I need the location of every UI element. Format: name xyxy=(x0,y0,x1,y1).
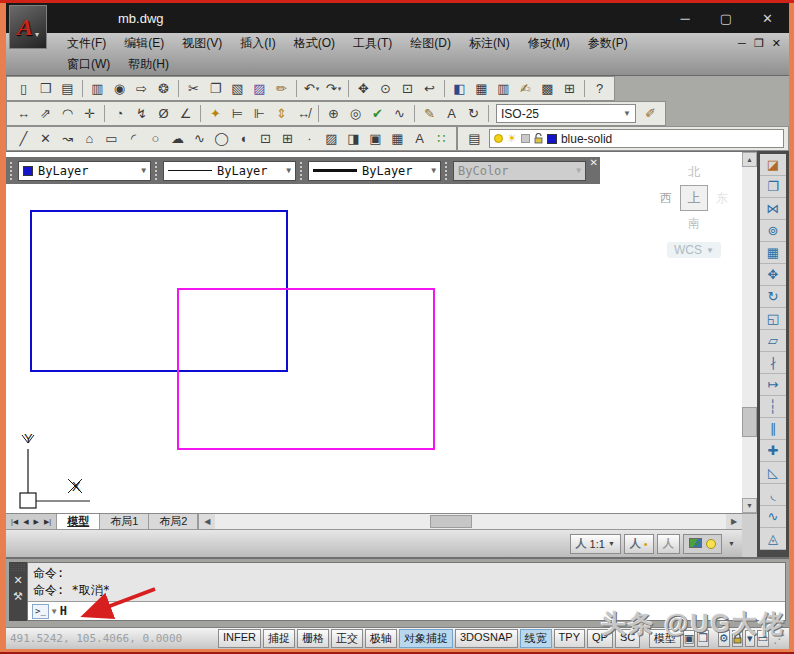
doc-restore-button[interactable]: ❐ xyxy=(754,37,764,50)
spline-icon[interactable]: ∿ xyxy=(189,129,210,149)
quick-dimension-icon[interactable]: ✦ xyxy=(205,104,226,124)
dim-space-icon[interactable]: ⇕ xyxy=(271,104,292,124)
polyline-icon[interactable]: ↝ xyxy=(57,129,78,149)
help-icon[interactable]: ? xyxy=(589,79,610,99)
command-input-value[interactable]: H xyxy=(60,604,67,618)
tool-palettes-icon[interactable]: ▥ xyxy=(493,79,514,99)
doc-minimize-button[interactable]: ─ xyxy=(738,37,746,50)
chevron-down-icon[interactable]: ▼ xyxy=(617,109,631,118)
chevron-down-icon[interactable]: ▼ xyxy=(608,540,615,547)
break-at-point-icon[interactable]: ┆ xyxy=(760,396,786,418)
toggle-transparency[interactable]: TPY xyxy=(554,629,585,648)
toggle-osnap[interactable]: 对象捕捉 xyxy=(399,629,453,648)
dim-jogged-icon[interactable]: ↯ xyxy=(131,104,152,124)
scroll-left-icon[interactable]: ◀ xyxy=(199,514,215,529)
drawing-canvas[interactable]: ByLayer ▼ ByLayer ▼ ByLayer xyxy=(6,151,742,513)
doc-close-button[interactable]: ✕ xyxy=(772,37,781,50)
chamfer-icon[interactable]: ◺ xyxy=(760,462,786,484)
point-icon[interactable]: ∙ xyxy=(299,129,320,149)
menu-modify[interactable]: 修改(M) xyxy=(519,33,579,54)
add-selected-icon[interactable]: ∷ xyxy=(431,129,452,149)
dim-angular-icon[interactable]: ∠ xyxy=(175,104,196,124)
tab-next-button[interactable]: ▶ xyxy=(32,518,41,526)
save-icon[interactable]: ▤ xyxy=(57,79,78,99)
magenta-rectangle[interactable] xyxy=(177,288,435,450)
tab-layout2[interactable]: 布局2 xyxy=(149,514,198,529)
dim-baseline-icon[interactable]: ⊨ xyxy=(227,104,248,124)
close-button[interactable]: ✕ xyxy=(762,11,773,26)
new-icon[interactable]: ▯ xyxy=(13,79,34,99)
layer-unlock-icon[interactable] xyxy=(534,133,543,144)
viewcube-south[interactable]: 南 xyxy=(650,215,738,232)
toggle-lineweight[interactable]: 线宽 xyxy=(520,629,552,648)
line-icon[interactable]: ╱ xyxy=(13,129,34,149)
dim-diameter-icon[interactable]: Ø xyxy=(153,104,174,124)
dim-radius-icon[interactable]: ◔ xyxy=(109,104,130,124)
scroll-right-icon[interactable]: ▶ xyxy=(726,514,742,529)
dim-continue-icon[interactable]: ⊩ xyxy=(249,104,270,124)
layer-properties-manager-icon[interactable]: ▤ xyxy=(464,129,485,149)
command-close-icon[interactable]: ✕ xyxy=(13,574,22,587)
vertical-scrollbar[interactable]: ▲ ▼ xyxy=(742,151,757,513)
scale-icon[interactable]: ◱ xyxy=(760,308,786,330)
viewcube-north[interactable]: 北 xyxy=(650,164,738,181)
join-icon[interactable]: ✚ xyxy=(760,440,786,462)
annotation-scale-button[interactable]: 人 1:1 ▼ xyxy=(570,534,621,554)
dim-text-edit-icon[interactable]: A xyxy=(441,104,462,124)
menu-window[interactable]: 窗口(W) xyxy=(58,54,119,75)
toggle-polar[interactable]: 极轴 xyxy=(365,629,397,648)
dim-style-icon[interactable]: ✐ xyxy=(640,104,661,124)
wcs-menu[interactable]: WCS ▼ xyxy=(667,242,721,258)
center-mark-icon[interactable]: ◎ xyxy=(345,104,366,124)
hatch-icon[interactable]: ▨ xyxy=(321,129,342,149)
chevron-down-icon[interactable]: ▼ xyxy=(706,246,714,255)
rectangle-icon[interactable]: ▭ xyxy=(101,129,122,149)
paste-icon[interactable]: ▧ xyxy=(227,79,248,99)
autocad-logo-button[interactable]: A▾ xyxy=(9,5,47,49)
lineweight-combo[interactable]: ByLayer ▼ xyxy=(308,161,441,181)
3ddwf-icon[interactable]: ❂ xyxy=(153,79,174,99)
dropdown-arrow-icon[interactable]: ▾ xyxy=(338,85,342,93)
array-icon[interactable]: ▦ xyxy=(760,242,786,264)
blend-curves-icon[interactable]: ∿ xyxy=(760,506,786,528)
menu-insert[interactable]: 插入(I) xyxy=(231,33,284,54)
offset-icon[interactable]: ⊚ xyxy=(760,220,786,242)
copy-icon[interactable]: ❐ xyxy=(760,176,786,198)
mtext-icon[interactable]: A xyxy=(409,129,430,149)
viewcube-east[interactable]: 东 xyxy=(716,190,728,207)
horizontal-scrollbar[interactable]: ◀ ▶ xyxy=(198,514,742,529)
dim-update-icon[interactable]: ↻ xyxy=(463,104,484,124)
extend-icon[interactable]: ↦ xyxy=(760,374,786,396)
designcenter-icon[interactable]: ▦ xyxy=(471,79,492,99)
toggle-infer[interactable]: INFER xyxy=(218,629,261,648)
menu-dimension[interactable]: 标注(N) xyxy=(460,33,519,54)
tray-bulb-icon[interactable] xyxy=(706,539,716,549)
publish-icon[interactable]: ⇨ xyxy=(131,79,152,99)
menu-view[interactable]: 视图(V) xyxy=(173,33,231,54)
hscroll-thumb[interactable] xyxy=(430,515,472,528)
layer-freeze-sun-icon[interactable]: ☀ xyxy=(507,132,517,145)
table-icon[interactable]: ▦ xyxy=(387,129,408,149)
layer-color-swatch[interactable] xyxy=(547,134,557,144)
ellipse-arc-icon[interactable]: ◖ xyxy=(233,129,254,149)
layer-combo[interactable]: ☀ blue-solid xyxy=(489,129,784,148)
properties-icon[interactable]: ◧ xyxy=(449,79,470,99)
make-block-icon[interactable]: ⊞ xyxy=(277,129,298,149)
move-icon[interactable]: ✥ xyxy=(760,264,786,286)
dim-style-combo[interactable]: ISO-25 ▼ xyxy=(496,104,636,123)
cut-icon[interactable]: ✂ xyxy=(183,79,204,99)
command-wrench-icon[interactable]: ⚒ xyxy=(13,590,23,603)
dim-linear-icon[interactable]: ↔ xyxy=(13,104,34,124)
recent-commands-icon[interactable]: ▼ xyxy=(52,607,57,616)
zoom-window-icon[interactable]: ⊡ xyxy=(397,79,418,99)
tolerance-icon[interactable]: ⊕ xyxy=(323,104,344,124)
toolbar-grip[interactable] xyxy=(155,162,159,180)
linetype-combo[interactable]: ByLayer ▼ xyxy=(163,161,296,181)
toolbar-close-icon[interactable]: ✕ xyxy=(590,158,598,168)
ellipse-icon[interactable]: ◯ xyxy=(211,129,232,149)
region-icon[interactable]: ▣ xyxy=(365,129,386,149)
dim-break-icon[interactable]: ↮ xyxy=(293,104,314,124)
pan-icon[interactable]: ✥ xyxy=(353,79,374,99)
markup-set-manager-icon[interactable]: ▩ xyxy=(537,79,558,99)
zoom-realtime-icon[interactable]: ⊙ xyxy=(375,79,396,99)
